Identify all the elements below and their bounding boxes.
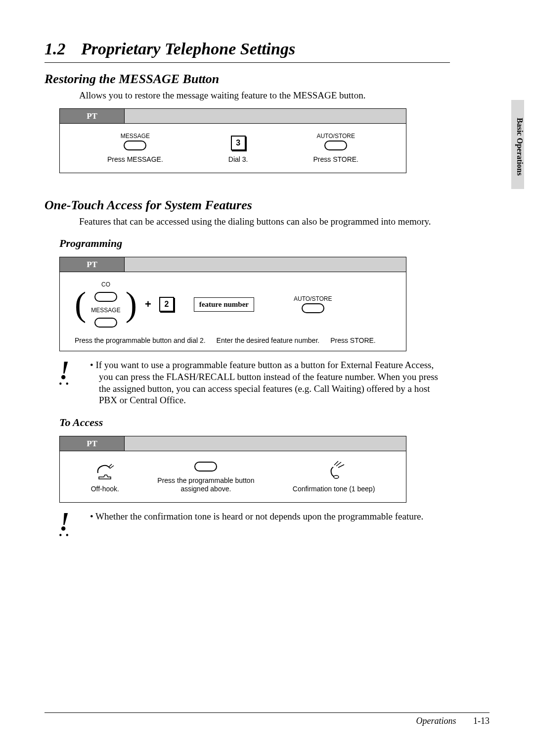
footer-section-label: Operations	[416, 716, 456, 726]
plus-icon: +	[145, 298, 151, 311]
message-button-icon	[124, 141, 146, 150]
footer-divider	[44, 712, 490, 713]
label-autostore: AUTO/STORE	[294, 295, 332, 302]
caption-confirmation: Confirmation tone (1 beep)	[293, 485, 375, 493]
caption-press-message: Press MESSAGE.	[107, 155, 163, 164]
caption-press-store: Press STORE.	[313, 155, 358, 164]
key-3-icon: 3	[231, 136, 246, 150]
subheading-onetouch: One-Touch Access for System Features	[44, 198, 450, 213]
section-title: Proprietary Telephone Settings	[81, 40, 295, 58]
caption-prog-2: Enter the desired feature number.	[217, 336, 320, 345]
step-press-programmable: Press the programmable button assigned a…	[151, 462, 260, 493]
pt-tab: PT	[60, 257, 125, 272]
store-button-icon	[302, 303, 324, 313]
section-number: 1.2	[44, 40, 79, 58]
note-programming: !• • If you want to use a programmable f…	[49, 359, 450, 406]
exclamation-icon: !• •	[49, 511, 79, 539]
pt-box-access: PT Off-hook.	[59, 436, 406, 503]
divider	[44, 62, 450, 63]
subsubheading-programming: Programming	[59, 237, 450, 250]
subsubheading-toaccess: To Access	[59, 416, 450, 429]
note-access: !• • Whether the confirmation tone is he…	[49, 511, 450, 539]
store-button-icon	[324, 141, 347, 150]
caption-prog-3: Press STORE.	[330, 336, 376, 345]
body-text: Features that can be accessed using the …	[79, 216, 450, 228]
confirmation-tone-icon	[321, 460, 346, 480]
caption-prog-1: Press the programmable button and dial 2…	[75, 336, 206, 345]
svg-point-0	[334, 475, 339, 478]
side-tab-basic-operations: Basic Operations	[511, 100, 524, 189]
programmable-button-group: ( CO MESSAGE ) + 2	[75, 281, 174, 328]
note-text: Whether the confirmation tone is heard o…	[99, 511, 423, 522]
label-message: MESSAGE	[121, 133, 150, 140]
caption-dial-3: Dial 3.	[228, 155, 248, 164]
step-press-store: AUTO/STORE	[294, 295, 332, 313]
pt-tab-inactive	[125, 257, 406, 272]
caption-offhook: Off-hook.	[91, 485, 119, 493]
section-header: 1.2 Proprietary Telephone Settings	[44, 40, 450, 58]
step-confirmation-tone: Confirmation tone (1 beep)	[293, 460, 375, 493]
subheading-restoring: Restoring the MESSAGE Button	[44, 72, 450, 87]
step-offhook: Off-hook.	[91, 462, 119, 493]
pt-tab-inactive	[125, 436, 406, 451]
pt-tab: PT	[60, 436, 125, 451]
pt-box-programming: PT ( CO MESSAGE ) +	[59, 257, 406, 351]
left-paren-icon: (	[75, 290, 86, 318]
message-button-icon	[94, 318, 117, 328]
pt-tab: PT	[60, 109, 125, 124]
label-autostore: AUTO/STORE	[316, 133, 355, 140]
feature-number-box: feature number	[194, 297, 254, 312]
step-press-store: AUTO/STORE Press STORE.	[313, 133, 358, 164]
step-press-message: MESSAGE Press MESSAGE.	[107, 133, 163, 164]
pt-tab-inactive	[125, 109, 406, 124]
step-dial-3: 3 Dial 3.	[228, 136, 248, 164]
co-button-icon	[94, 292, 117, 302]
programmable-button-icon	[194, 462, 217, 472]
right-paren-icon: )	[126, 290, 137, 318]
body-text: Allows you to restore the message waitin…	[79, 90, 450, 101]
exclamation-icon: !• •	[49, 359, 79, 387]
page-footer: Operations 1-13	[44, 709, 490, 726]
step-feature-number: feature number	[194, 297, 254, 312]
label-co: CO	[101, 281, 110, 288]
key-2-icon: 2	[159, 297, 174, 312]
label-message: MESSAGE	[91, 307, 120, 314]
pt-box-restore: PT MESSAGE Press MESSAGE. 3 Dial 3. AUTO	[59, 108, 406, 173]
offhook-phone-icon	[95, 462, 115, 480]
caption-press-programmable: Press the programmable button assigned a…	[151, 476, 260, 493]
note-text: If you want to use a programmable featur…	[99, 359, 450, 406]
footer-page-number: 1-13	[473, 716, 490, 726]
